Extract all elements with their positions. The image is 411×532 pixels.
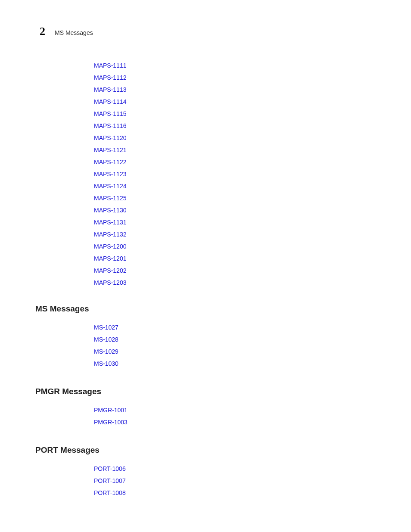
section-link[interactable]: PORT-1006 (94, 463, 411, 475)
section-heading: PORT Messages (35, 445, 411, 455)
maps-link[interactable]: MAPS-1124 (94, 180, 411, 192)
section-heading: MS Messages (35, 304, 411, 314)
maps-link[interactable]: MAPS-1125 (94, 192, 411, 204)
maps-link[interactable]: MAPS-1202 (94, 264, 411, 277)
maps-link[interactable]: MAPS-1113 (94, 84, 411, 96)
chapter-number: 2 (40, 25, 45, 38)
chapter-title: MS Messages (55, 29, 93, 36)
maps-link[interactable]: MAPS-1112 (94, 72, 411, 84)
section-link-list: MS-1027MS-1028MS-1029MS-1030 (94, 321, 411, 370)
maps-link[interactable]: MAPS-1121 (94, 144, 411, 156)
maps-link[interactable]: MAPS-1120 (94, 132, 411, 144)
section-link[interactable]: MS-1027 (94, 321, 411, 333)
maps-link[interactable]: MAPS-1131 (94, 216, 411, 228)
section-link-list: PORT-1006PORT-1007PORT-1008 (94, 463, 411, 499)
maps-link[interactable]: MAPS-1200 (94, 240, 411, 252)
maps-link[interactable]: MAPS-1201 (94, 252, 411, 264)
page-content: MAPS-1111MAPS-1112MAPS-1113MAPS-1114MAPS… (0, 59, 411, 499)
maps-link[interactable]: MAPS-1123 (94, 168, 411, 180)
maps-link[interactable]: MAPS-1122 (94, 156, 411, 168)
section-link[interactable]: MS-1030 (94, 358, 411, 370)
section-link[interactable]: PORT-1007 (94, 475, 411, 487)
section-link[interactable]: PMGR-1001 (94, 404, 411, 416)
section-link[interactable]: MS-1028 (94, 333, 411, 345)
maps-link-list: MAPS-1111MAPS-1112MAPS-1113MAPS-1114MAPS… (94, 59, 411, 289)
maps-link[interactable]: MAPS-1203 (94, 277, 411, 289)
maps-link[interactable]: MAPS-1114 (94, 96, 411, 108)
section-link-list: PMGR-1001PMGR-1003 (94, 404, 411, 428)
maps-link[interactable]: MAPS-1111 (94, 59, 411, 72)
page-header: 2 MS Messages (40, 25, 93, 38)
maps-link[interactable]: MAPS-1132 (94, 228, 411, 240)
page: 2 MS Messages MAPS-1111MAPS-1112MAPS-111… (0, 0, 411, 532)
section-link[interactable]: PMGR-1003 (94, 416, 411, 428)
maps-link[interactable]: MAPS-1115 (94, 108, 411, 120)
section-link[interactable]: PORT-1008 (94, 487, 411, 499)
maps-link[interactable]: MAPS-1130 (94, 204, 411, 216)
section-heading: PMGR Messages (35, 387, 411, 396)
section-link[interactable]: MS-1029 (94, 345, 411, 358)
maps-link[interactable]: MAPS-1116 (94, 120, 411, 132)
